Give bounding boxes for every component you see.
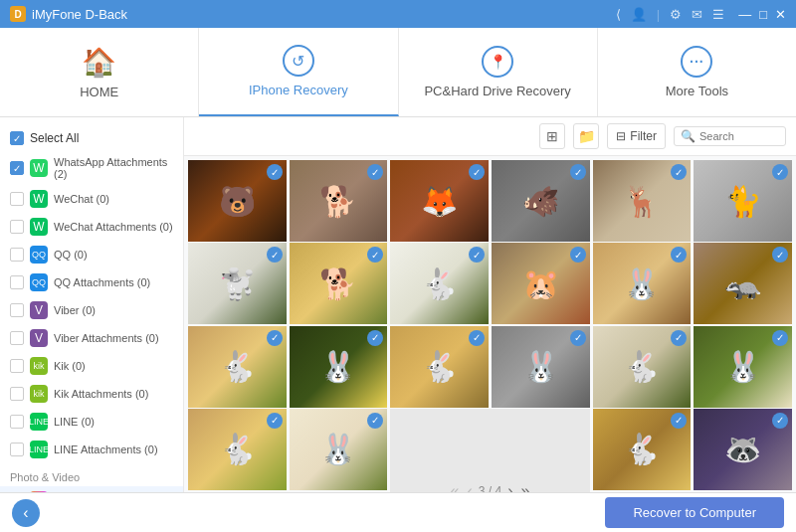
pagination-cell: « ‹ 3 / 4 › » bbox=[390, 409, 589, 492]
wechat-att-checkbox[interactable] bbox=[10, 220, 24, 234]
photo-check: ✓ bbox=[772, 330, 788, 346]
photo-check: ✓ bbox=[367, 413, 383, 429]
sidebar-item-wechat-att[interactable]: W WeChat Attachments (0) bbox=[0, 213, 183, 241]
recover-to-computer-button[interactable]: Recover to Computer bbox=[605, 497, 784, 528]
sidebar: ✓ Select All ✓ W WhatsApp Attachments (2… bbox=[0, 117, 184, 492]
settings-icon[interactable]: ⚙ bbox=[670, 7, 682, 22]
photo-check: ✓ bbox=[267, 164, 283, 180]
qq-att-icon: QQ bbox=[30, 273, 48, 291]
sidebar-item-line-att[interactable]: LINE LINE Attachments (0) bbox=[0, 436, 183, 463]
photo-check: ✓ bbox=[267, 247, 283, 263]
search-input[interactable] bbox=[699, 130, 779, 142]
photo-cell[interactable]: 🐕 ✓ bbox=[290, 243, 388, 324]
sidebar-item-kik[interactable]: kik Kik (0) bbox=[0, 352, 183, 380]
photo-cell[interactable]: 🦡 ✓ bbox=[694, 243, 792, 324]
nav-iphone[interactable]: ↺ IPhone Recovery bbox=[199, 28, 398, 116]
photo-cell[interactable]: 🐇 ✓ bbox=[188, 409, 287, 490]
kik-checkbox[interactable] bbox=[10, 359, 24, 373]
photo-cell[interactable]: 🦝 ✓ bbox=[694, 409, 792, 490]
whatsapp-checkbox[interactable]: ✓ bbox=[10, 161, 24, 175]
minimize-button[interactable]: — bbox=[738, 7, 751, 22]
photo-cell[interactable]: 🐹 ✓ bbox=[492, 243, 590, 324]
grid-view-button[interactable]: ⊞ bbox=[539, 123, 565, 149]
whatsapp-label: WhatsApp Attachments (2) bbox=[54, 156, 173, 180]
line-att-checkbox[interactable] bbox=[10, 443, 24, 456]
kik-att-label: Kik Attachments (0) bbox=[54, 388, 148, 400]
photo-cell[interactable]: 🐰 ✓ bbox=[290, 326, 388, 408]
photo-check: ✓ bbox=[267, 413, 283, 429]
next-page-button[interactable]: › bbox=[505, 482, 514, 492]
line-att-label: LINE Attachments (0) bbox=[54, 443, 158, 455]
photo-cell[interactable]: 🐇 ✓ bbox=[188, 326, 287, 408]
photo-cell[interactable]: 🐇 ✓ bbox=[593, 409, 692, 490]
iphone-recovery-icon: ↺ bbox=[283, 45, 314, 77]
search-icon: 🔍 bbox=[681, 129, 696, 143]
photo-cell[interactable]: 🐗 ✓ bbox=[492, 160, 590, 242]
photo-cell[interactable]: 🐰 ✓ bbox=[492, 326, 590, 408]
prev-page-button[interactable]: ‹ bbox=[465, 482, 474, 492]
photo-cell[interactable]: 🐈 ✓ bbox=[694, 160, 792, 242]
photo-cell[interactable]: 🦌 ✓ bbox=[593, 160, 692, 242]
back-icon: ‹ bbox=[23, 504, 28, 522]
filter-button[interactable]: ⊟ Filter bbox=[607, 123, 666, 149]
photo-cell[interactable]: 🐇 ✓ bbox=[390, 243, 489, 324]
photo-cell[interactable]: 🐩 ✓ bbox=[188, 243, 287, 324]
content-area: ⊞ 📁 ⊟ Filter 🔍 🐻 ✓ 🐕 ✓ 🦊 bbox=[184, 117, 796, 492]
sidebar-item-kik-att[interactable]: kik Kik Attachments (0) bbox=[0, 380, 183, 408]
photo-cell[interactable]: 🐕 ✓ bbox=[290, 160, 388, 242]
sidebar-item-qq[interactable]: QQ QQ (0) bbox=[0, 241, 183, 268]
photo-cell[interactable]: 🐻 ✓ bbox=[188, 160, 287, 242]
qq-att-checkbox[interactable] bbox=[10, 275, 24, 289]
kik-att-icon: kik bbox=[30, 385, 48, 403]
footer-bar: ‹ Recover to Computer bbox=[0, 492, 796, 532]
back-button[interactable]: ‹ bbox=[12, 499, 40, 527]
qq-label: QQ (0) bbox=[54, 249, 88, 261]
share-icon[interactable]: ⟨ bbox=[616, 7, 621, 22]
whatsapp-icon: W bbox=[30, 159, 48, 177]
photo-cell[interactable]: 🐇 ✓ bbox=[390, 326, 489, 408]
select-all-checkbox[interactable]: ✓ bbox=[10, 131, 24, 145]
user-icon[interactable]: 👤 bbox=[631, 7, 647, 22]
wechat-att-label: WeChat Attachments (0) bbox=[54, 221, 173, 233]
maximize-button[interactable]: □ bbox=[759, 7, 767, 22]
pc-recovery-icon: 📍 bbox=[482, 46, 513, 78]
photo-cell[interactable]: 🐇 ✓ bbox=[593, 326, 692, 408]
nav-more[interactable]: ··· More Tools bbox=[598, 28, 796, 116]
photo-cell[interactable]: 🐰 ✓ bbox=[593, 243, 692, 324]
sidebar-item-qq-att[interactable]: QQ QQ Attachments (0) bbox=[0, 268, 183, 296]
photo-check: ✓ bbox=[671, 330, 687, 346]
home-icon: 🏠 bbox=[82, 46, 116, 79]
viber-att-checkbox[interactable] bbox=[10, 331, 24, 345]
app-logo: D bbox=[10, 6, 26, 22]
sidebar-item-photos[interactable]: ✓ 🖼 Photos (83) bbox=[0, 486, 183, 492]
photo-cell[interactable]: 🐰 ✓ bbox=[290, 409, 388, 490]
menu-icon[interactable]: ☰ bbox=[712, 7, 724, 22]
main-content: ✓ Select All ✓ W WhatsApp Attachments (2… bbox=[0, 117, 796, 492]
viber-att-icon: V bbox=[30, 329, 48, 347]
mail-icon[interactable]: ✉ bbox=[692, 7, 702, 22]
search-box[interactable]: 🔍 bbox=[674, 126, 786, 146]
close-button[interactable]: ✕ bbox=[775, 7, 786, 22]
photo-cell[interactable]: 🦊 ✓ bbox=[390, 160, 489, 242]
sidebar-item-line[interactable]: LINE LINE (0) bbox=[0, 408, 183, 436]
photo-check: ✓ bbox=[367, 330, 383, 346]
nav-home[interactable]: 🏠 HOME bbox=[0, 28, 199, 116]
nav-pc[interactable]: 📍 PC&Hard Drive Recovery bbox=[399, 28, 598, 116]
viber-checkbox[interactable] bbox=[10, 303, 24, 317]
first-page-button[interactable]: « bbox=[449, 482, 462, 492]
sidebar-item-wechat[interactable]: W WeChat (0) bbox=[0, 185, 183, 213]
sidebar-item-whatsapp[interactable]: ✓ W WhatsApp Attachments (2) bbox=[0, 151, 183, 185]
qq-checkbox[interactable] bbox=[10, 248, 24, 262]
nav-home-label: HOME bbox=[80, 85, 118, 99]
wechat-checkbox[interactable] bbox=[10, 192, 24, 206]
viber-label: Viber (0) bbox=[54, 304, 96, 316]
line-checkbox[interactable] bbox=[10, 415, 24, 429]
sidebar-item-viber[interactable]: V Viber (0) bbox=[0, 296, 183, 324]
select-all-row[interactable]: ✓ Select All bbox=[0, 125, 183, 151]
last-page-button[interactable]: » bbox=[519, 482, 532, 492]
photo-cell[interactable]: 🐰 ✓ bbox=[694, 326, 792, 408]
sidebar-item-viber-att[interactable]: V Viber Attachments (0) bbox=[0, 324, 183, 352]
folder-view-button[interactable]: 📁 bbox=[573, 123, 599, 149]
qq-icon: QQ bbox=[30, 246, 48, 264]
kik-att-checkbox[interactable] bbox=[10, 387, 24, 401]
